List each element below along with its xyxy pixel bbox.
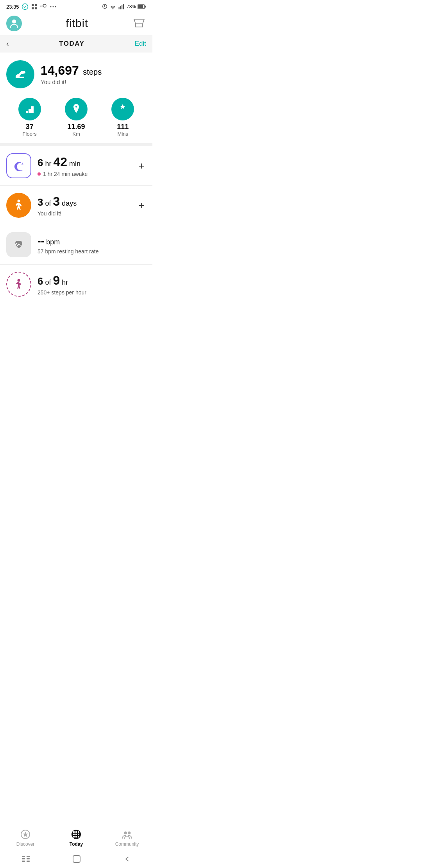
app-header: fitbit [0, 13, 152, 35]
active-hours-main: 6 of 9 hr [38, 273, 146, 288]
sleep-main: 6 hr 42 min [38, 154, 137, 169]
battery-percent: 73% [127, 4, 136, 9]
floors-value: 37 [26, 123, 34, 131]
svg-rect-8 [118, 7, 119, 9]
grid-icon [31, 3, 38, 10]
inbox-icon[interactable] [132, 16, 146, 30]
svg-rect-11 [123, 4, 124, 9]
status-bar: 23:35 73% [0, 0, 152, 13]
edit-button[interactable]: Edit [135, 40, 146, 48]
fitbit-sync-icon [21, 3, 29, 10]
sleep-icon-wrap: z [6, 153, 31, 178]
distance-value: 11.69 [67, 123, 85, 131]
heart-rate-icon [6, 232, 31, 257]
svg-rect-1 [32, 4, 34, 6]
nav-title: TODAY [59, 40, 84, 48]
distance-label: Km [72, 131, 80, 137]
svg-rect-13 [138, 5, 143, 8]
heart-rate-row[interactable]: -- bpm 57 bpm resting heart rate [0, 225, 152, 265]
steps-count: 14,697 steps [41, 63, 102, 78]
svg-rect-2 [35, 4, 37, 6]
active-days-icon-wrap [6, 193, 31, 218]
sleep-info: 6 hr 42 min 1 hr 24 min awake [38, 154, 137, 177]
svg-point-7 [55, 6, 56, 7]
floors-stat[interactable]: 37 Floors [6, 98, 53, 137]
section-divider [0, 143, 152, 146]
svg-point-20 [18, 279, 20, 282]
active-days-add-button[interactable]: + [137, 198, 146, 213]
svg-point-6 [52, 6, 54, 7]
svg-point-0 [22, 4, 28, 10]
svg-rect-14 [145, 6, 146, 8]
heart-rate-sub: 57 bpm resting heart rate [38, 248, 146, 255]
signal-icon [118, 4, 125, 10]
back-button[interactable]: ‹ [6, 39, 9, 48]
nav-bar: ‹ TODAY Edit [0, 35, 152, 52]
active-days-sub: You did it! [38, 210, 137, 217]
active-hours-icon [6, 272, 31, 297]
active-days-row[interactable]: 3 of 3 days You did it! + [0, 186, 152, 225]
active-days-info: 3 of 3 days You did it! [38, 194, 137, 216]
metrics-section: z 6 hr 42 min 1 hr 24 min awake + [0, 146, 152, 304]
svg-text:z: z [21, 161, 23, 166]
alarm-icon [102, 4, 108, 10]
svg-rect-3 [32, 7, 34, 9]
sleep-sub: 1 hr 24 min awake [38, 171, 137, 177]
active-hours-row[interactable]: 6 of 9 hr 250+ steps per hour [0, 265, 152, 304]
heart-rate-main: -- bpm [38, 235, 146, 247]
active-hours-info: 6 of 9 hr 250+ steps per hour [38, 273, 146, 295]
steps-icon [6, 60, 34, 88]
wifi-icon [109, 4, 116, 10]
app-title: fitbit [66, 17, 88, 30]
more-icon[interactable] [50, 3, 57, 10]
sleep-add-button[interactable]: + [137, 158, 146, 174]
active-mins-label: Mins [118, 131, 128, 137]
floors-icon [18, 98, 41, 120]
sleep-row[interactable]: z 6 hr 42 min 1 hr 24 min awake + [0, 146, 152, 186]
status-left: 23:35 [6, 3, 57, 10]
active-mins-icon [111, 98, 134, 120]
avatar[interactable] [6, 16, 22, 31]
mini-stats: 37 Floors 11.69 Km 111 Mins [6, 98, 146, 137]
status-right: 73% [102, 4, 146, 10]
svg-point-19 [18, 200, 20, 203]
svg-rect-15 [26, 111, 28, 113]
svg-rect-10 [122, 5, 122, 9]
active-hours-sub: 250+ steps per hour [38, 289, 146, 296]
steps-row[interactable]: 14,697 steps You did it! [6, 60, 146, 88]
svg-rect-4 [35, 7, 37, 9]
time: 23:35 [6, 4, 19, 10]
steps-unit: steps [83, 68, 102, 76]
heart-rate-info: -- bpm 57 bpm resting heart rate [38, 235, 146, 255]
active-hours-icon-wrap [6, 272, 31, 297]
distance-icon [65, 98, 88, 120]
steps-section: 14,697 steps You did it! 37 Floors [0, 52, 152, 143]
steps-sub: You did it! [41, 79, 102, 85]
distance-stat[interactable]: 11.69 Km [53, 98, 99, 137]
svg-rect-17 [31, 106, 34, 113]
active-days-main: 3 of 3 days [38, 194, 137, 209]
steps-number: 14,697 [41, 63, 79, 77]
key-icon [40, 3, 47, 10]
active-mins-value: 111 [117, 123, 129, 131]
battery-icon [138, 4, 146, 9]
sleep-icon: z [6, 153, 31, 178]
steps-info: 14,697 steps You did it! [41, 63, 102, 85]
svg-point-5 [50, 6, 51, 7]
svg-rect-9 [120, 6, 121, 9]
floors-label: Floors [23, 131, 37, 137]
heart-rate-icon-wrap [6, 232, 31, 257]
svg-rect-16 [29, 109, 31, 113]
active-days-icon [6, 193, 31, 218]
active-mins-stat[interactable]: 111 Mins [100, 98, 146, 137]
